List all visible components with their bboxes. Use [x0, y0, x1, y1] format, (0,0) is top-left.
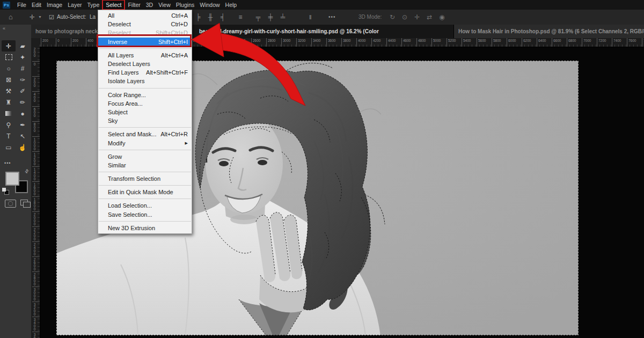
eraser-tool[interactable]: ▰ [16, 40, 30, 52]
menu-item-label: Deselect Layers [108, 61, 188, 67]
default-colors-icon[interactable] [2, 188, 9, 194]
menu-item-load-selection[interactable]: Load Selection... [98, 201, 192, 210]
lasso-tool[interactable]: ○ [2, 63, 16, 74]
clone-stamp-tool[interactable]: ♜ [2, 97, 16, 108]
menu-item-all[interactable]: AllCtrl+A [98, 11, 192, 20]
menu-item-save-selection[interactable]: Save Selection... [98, 210, 192, 219]
menu-item-deselect[interactable]: DeselectCtrl+D [98, 20, 192, 28]
more-tools-icon[interactable]: ••• [4, 160, 11, 166]
roll-3d-icon[interactable]: ⊙ [402, 10, 407, 25]
distribute-icon[interactable]: ‖ [309, 10, 312, 25]
ruler-label: 7400 [612, 38, 621, 47]
menu-item-transform-selection[interactable]: Transform Selection [98, 174, 192, 183]
menu-help[interactable]: Help [223, 1, 240, 9]
tools-panel: « ✛▰✦○#⊠✑⚒✐♜✏●⚲✒T↖▭☝ ••• ⇄ [0, 25, 31, 338]
slide-3d-icon[interactable]: ⇄ [427, 10, 432, 25]
ruler-label: 3200 [296, 38, 305, 47]
menu-item-focus-area[interactable]: Focus Area... [98, 99, 192, 108]
menubar-items: FileEditImageLayerTypeSelectFilter3DView… [14, 1, 239, 9]
ruler-label: 2200 [32, 226, 40, 242]
ruler-label: 0 [56, 38, 60, 47]
menu-item-shortcut: Ctrl+D [171, 21, 188, 27]
ruler-label: 2000 [206, 38, 215, 47]
home-icon[interactable]: ⌂ [9, 10, 13, 25]
menu-item-shortcut: Alt+Ctrl+R [160, 131, 188, 137]
menu-select[interactable]: Select [102, 0, 125, 10]
orbit-3d-icon[interactable]: ↻ [390, 10, 395, 25]
pen-tool[interactable]: ✒ [16, 119, 30, 130]
menu-item-label: Isolate Layers [108, 78, 188, 84]
menu-window[interactable]: Window [197, 1, 222, 9]
menu-item-select-and-mask[interactable]: Select and Mask...Alt+Ctrl+R [98, 130, 192, 138]
menu-item-similar[interactable]: Similar [98, 161, 192, 170]
auto-select-checkbox[interactable]: ☑ [49, 10, 54, 25]
ruler-label: 1800 [191, 38, 200, 47]
menu-item-isolate-layers[interactable]: Isolate Layers [98, 77, 192, 85]
slice-tool[interactable]: ⚒ [2, 85, 16, 97]
align-bottom-edges-icon[interactable]: ╧ [279, 10, 287, 25]
menu-item-subject[interactable]: Subject [98, 108, 192, 116]
rectangle-tool[interactable]: ▭ [2, 142, 16, 153]
crop-tool[interactable]: # [16, 63, 30, 74]
menu-type[interactable]: Type [84, 1, 102, 9]
tab-title: How to Mask Hair in Photoshop.psd @ 81.9… [454, 28, 644, 34]
menu-image[interactable]: Image [44, 1, 65, 9]
menu-layer[interactable]: Layer [65, 1, 84, 9]
collapse-panel-icon[interactable]: « [3, 26, 5, 31]
menu-separator [99, 172, 191, 172]
history-brush-tool[interactable]: ✏ [16, 97, 30, 108]
brush-tool[interactable]: ✐ [16, 85, 30, 97]
chevron-down-icon[interactable]: ▼ [38, 10, 42, 25]
foreground-color-swatch[interactable] [5, 172, 19, 186]
tab-how-to-photograph[interactable]: how to photograph neck [31, 25, 98, 38]
blur-tool[interactable]: ● [16, 108, 30, 119]
menu-item-modify[interactable]: Modify▶ [98, 138, 192, 147]
menu-item-color-range[interactable]: Color Range... [98, 91, 192, 99]
frame-tool[interactable]: ⊠ [2, 74, 16, 85]
more-options-icon[interactable]: ••• [328, 10, 336, 25]
dodge-tool[interactable]: ⚲ [2, 119, 16, 130]
menu-plugins[interactable]: Plugins [173, 1, 197, 9]
align-top-edges-icon[interactable]: ╤ [254, 10, 262, 25]
menu-item-edit-in-quick-mask-mode[interactable]: Edit in Quick Mask Mode [98, 188, 192, 196]
quick-mask-mode-icon[interactable] [5, 200, 16, 208]
menu-item-new-3d-extrusion[interactable]: New 3D Extrusion [98, 224, 192, 232]
screen-mode-icon[interactable] [20, 200, 28, 205]
camera-3d-icon[interactable]: ◉ [439, 10, 444, 25]
gradient-tool[interactable] [2, 108, 16, 119]
rectangular-marquee-tool[interactable] [2, 52, 16, 63]
menu-item-deselect-layers[interactable]: Deselect Layers [98, 60, 192, 68]
menu-3d[interactable]: 3D [143, 1, 156, 9]
ruler-label: 2200 [221, 38, 230, 47]
ruler-label: 1800 [32, 196, 40, 212]
move-tool[interactable]: ✛ [2, 40, 16, 52]
auto-select-target-dropdown[interactable]: La [90, 10, 96, 25]
hand-tool[interactable]: ☝ [16, 142, 30, 153]
menu-file[interactable]: File [14, 1, 29, 9]
type-tool[interactable]: T [2, 130, 16, 142]
drag-3d-icon[interactable]: ✛ [414, 10, 420, 25]
swap-colors-icon[interactable]: ⇄ [24, 168, 30, 174]
tab-how-to-mask-hair[interactable]: How to Mask Hair in Photoshop.psd @ 81.9… [453, 25, 644, 38]
menu-item-find-layers[interactable]: Find LayersAlt+Shift+Ctrl+F [98, 68, 192, 77]
align-left-edges-icon[interactable]: ╞ [194, 10, 202, 25]
menu-item-grow[interactable]: Grow [98, 152, 192, 161]
align-vertical-centers-icon[interactable]: ╪ [267, 10, 274, 25]
menu-view[interactable]: View [156, 1, 173, 9]
ruler-label: 800 [32, 121, 40, 137]
eyedropper-tool[interactable]: ✑ [16, 74, 30, 85]
menu-filter[interactable]: Filter [125, 1, 143, 9]
tab-beautiful-dreamy-girl-active[interactable]: beautiful-dreamy-girl-with-curly-short-h… [195, 25, 380, 38]
menu-edit[interactable]: Edit [29, 1, 44, 9]
menu-item-all-layers[interactable]: All LayersAlt+Ctrl+A [98, 51, 192, 60]
ruler-label: 4000 [356, 38, 365, 47]
menu-item-sky[interactable]: Sky [98, 116, 192, 125]
menu-item-shortcut: Alt+Shift+Ctrl+F [146, 69, 188, 76]
move-tool-options-icon[interactable]: ✛ [30, 10, 35, 25]
align-lines-icon[interactable]: ≡ [237, 10, 244, 25]
align-right-edges-icon[interactable]: ╡ [219, 10, 226, 25]
ruler-label: 3000 [32, 286, 40, 302]
align-horizontal-centers-icon[interactable]: ╫ [207, 10, 214, 25]
path-selection-tool[interactable]: ↖ [16, 130, 30, 142]
selection-brush-tool[interactable]: ✦ [16, 52, 30, 63]
